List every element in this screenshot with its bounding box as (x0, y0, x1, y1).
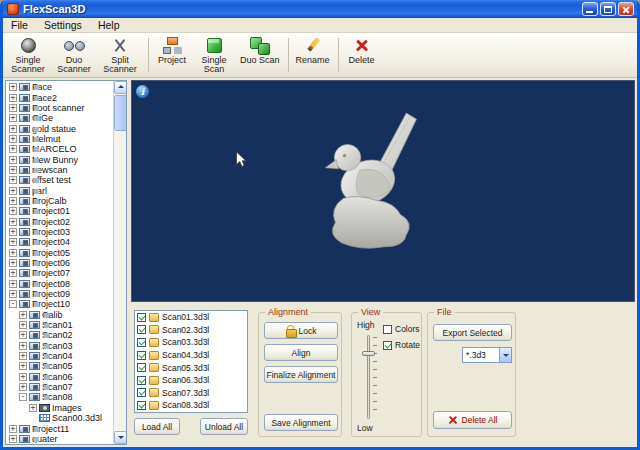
viewport-3d[interactable]: i (131, 80, 635, 302)
minimize-button[interactable] (582, 2, 598, 16)
tree-expander-icon[interactable]: + (9, 104, 17, 112)
tree-expander-icon[interactable]: + (9, 156, 17, 164)
tree-item[interactable]: + Scan04 (7, 351, 112, 361)
tree-expander-icon[interactable]: + (9, 145, 17, 153)
tree-expander-icon[interactable]: + (19, 342, 27, 350)
scan-list-item[interactable]: Scan02.3d3l (135, 324, 247, 337)
tree-expander-icon[interactable]: + (19, 383, 27, 391)
toolbar-button[interactable]: Single Scan (191, 34, 237, 76)
scan-checkbox[interactable] (137, 363, 146, 372)
tree-expander-icon[interactable]: + (9, 228, 17, 236)
toolbar-button[interactable]: Rename (293, 34, 333, 76)
tree-expander-icon[interactable]: + (9, 249, 17, 257)
tree-expander-icon[interactable]: + (19, 311, 27, 319)
tree-item[interactable]: + Calib (7, 310, 112, 320)
menu-item[interactable]: Settings (36, 19, 90, 31)
tree-item[interactable]: + Project09 (7, 289, 112, 299)
tree-item[interactable]: + Face2 (7, 92, 112, 102)
toolbar-button[interactable]: Delete (343, 34, 381, 76)
rotate-checkbox[interactable] (383, 341, 392, 350)
tree-expander-icon[interactable]: + (9, 207, 17, 215)
menu-item[interactable]: Help (90, 19, 128, 31)
dropdown-arrow-icon[interactable] (499, 348, 511, 362)
tree-item[interactable]: + Project04 (7, 237, 112, 247)
scan-checkbox[interactable] (137, 351, 146, 360)
toolbar-button[interactable]: Split Scanner (97, 34, 143, 76)
tree-item[interactable]: + gold statue (7, 123, 112, 133)
tree-expander-icon[interactable]: + (9, 166, 17, 174)
tree-item[interactable]: + Scan02 (7, 330, 112, 340)
format-dropdown[interactable]: *.3d3 (462, 347, 512, 363)
export-selected-button[interactable]: Export Selected (433, 324, 512, 341)
close-button[interactable] (618, 2, 634, 16)
tree-item[interactable]: + quater (7, 434, 112, 443)
tree-item[interactable]: + parl (7, 185, 112, 195)
toolbar-button[interactable]: Project (153, 34, 191, 76)
lock-button[interactable]: Lock (264, 322, 338, 339)
toolbar-button[interactable]: Single Scanner (5, 34, 51, 76)
tree-item[interactable]: + Project08 (7, 279, 112, 289)
tree-item[interactable]: + Project06 (7, 258, 112, 268)
view-slider[interactable] (367, 335, 370, 419)
scrollbar-thumb[interactable] (114, 95, 127, 131)
tree-expander-icon[interactable]: + (9, 259, 17, 267)
menu-item[interactable]: File (3, 19, 36, 31)
save-alignment-button[interactable]: Save Alignment (264, 414, 338, 431)
tree-expander-icon[interactable]: + (9, 425, 17, 433)
tree-expander-icon[interactable]: + (9, 125, 17, 133)
tree-item[interactable]: + New Bunny (7, 154, 112, 164)
tree-item[interactable]: + Scan05 (7, 361, 112, 371)
finalize-alignment-button[interactable]: Finalize Alignment (264, 366, 338, 383)
tree-item[interactable]: + Project01 (7, 206, 112, 216)
tree-item[interactable]: + newscan (7, 165, 112, 175)
delete-all-button[interactable]: Delete All (433, 411, 512, 429)
tree-expander-icon[interactable]: + (9, 218, 17, 226)
tree-expander-icon[interactable]: + (9, 187, 17, 195)
scan-checkbox[interactable] (137, 313, 146, 322)
scan-list-item[interactable]: Scan04.3d3l (135, 349, 247, 362)
tree-item[interactable]: + Scan06 (7, 372, 112, 382)
tree-item[interactable]: + Scan07 (7, 382, 112, 392)
tree-expander-icon[interactable]: + (9, 135, 17, 143)
tree-expander-icon[interactable]: + (19, 321, 27, 329)
tree-expander-icon[interactable]: + (29, 404, 37, 412)
scroll-up-icon[interactable] (114, 81, 127, 94)
tree-expander-icon[interactable]: + (9, 238, 17, 246)
tree-item[interactable]: + Project02 (7, 216, 112, 226)
scan-checkbox[interactable] (137, 325, 146, 334)
tree-expander-icon[interactable]: + (9, 290, 17, 298)
tree-item[interactable]: + Helmut (7, 134, 112, 144)
tree-expander-icon[interactable]: - (9, 300, 17, 308)
tree-item[interactable]: + Scan01 (7, 320, 112, 330)
tree-expander-icon[interactable]: + (9, 176, 17, 184)
toolbar-button[interactable]: Duo Scan (237, 34, 283, 76)
scan-checkbox[interactable] (137, 401, 146, 410)
tree-item[interactable]: + Face (7, 82, 112, 92)
tree-expander-icon[interactable]: + (19, 331, 27, 339)
tree-expander-icon[interactable]: + (19, 362, 27, 370)
scan-checkbox[interactable] (137, 338, 146, 347)
scan-checkbox[interactable] (137, 388, 146, 397)
load-all-button[interactable]: Load All (134, 418, 180, 435)
tree-expander-icon[interactable]: + (19, 352, 27, 360)
tree-item[interactable]: + Images (7, 403, 112, 413)
tree-item[interactable]: + Project05 (7, 248, 112, 258)
scan-list-item[interactable]: Scan01.3d3l (135, 311, 247, 324)
tree-item[interactable]: - Scan08 (7, 392, 112, 402)
tree-expander-icon[interactable]: + (9, 83, 17, 91)
tree-expander-icon[interactable]: + (9, 94, 17, 102)
tree-item[interactable]: + MARCELO (7, 144, 112, 154)
scan-list-item[interactable]: Scan08.3d3l (135, 399, 247, 412)
tree-item[interactable]: - Project10 (7, 299, 112, 309)
colors-checkbox[interactable] (383, 325, 392, 334)
tree-expander-icon[interactable]: + (9, 280, 17, 288)
tree-item[interactable]: + offset test (7, 175, 112, 185)
title-bar[interactable]: FlexScan3D (3, 0, 637, 18)
view-slider-thumb[interactable] (362, 351, 375, 356)
toolbar-button[interactable]: Duo Scanner (51, 34, 97, 76)
scroll-down-icon[interactable] (114, 431, 127, 444)
tree-item[interactable]: + GiGe (7, 113, 112, 123)
tree-expander-icon[interactable]: + (9, 197, 17, 205)
scan-list-item[interactable]: Scan06.3d3l (135, 374, 247, 387)
tree-expander-icon[interactable]: - (19, 393, 27, 401)
